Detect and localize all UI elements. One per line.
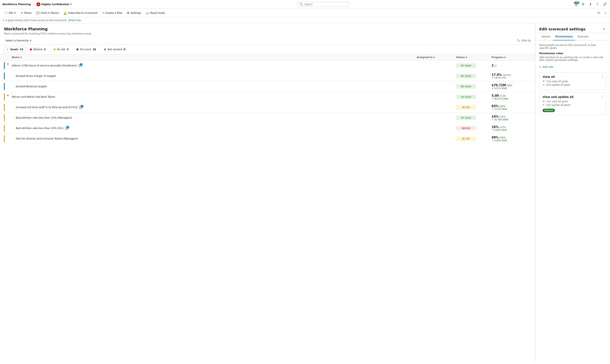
col-header-status[interactable]: Status ▼	[456, 56, 492, 59]
at-risk-label: At risk	[57, 48, 65, 51]
col-header-progress[interactable]: Progress ▼	[492, 56, 531, 59]
role-perm-update2: ✏ Can update all goals	[543, 104, 603, 106]
refresh-icon[interactable]: ↻	[597, 10, 601, 15]
goal-name-cell: Bad attrition rate less than 15% (ICs) 💬…	[12, 127, 417, 130]
on-track-stat[interactable]: On track 10	[77, 47, 100, 52]
panel-body: Give people access to this scorecard, or…	[535, 40, 610, 362]
progress-cell: 5.00 /5.00 ↑ 66.67% MoM	[492, 94, 531, 100]
chat-count: 1	[81, 105, 83, 108]
expand-placeholder	[6, 125, 10, 129]
read-mode-button[interactable]: 📖 Read mode	[144, 10, 167, 16]
main-layout: Workforce Planning Team scorecard for tr…	[0, 24, 610, 362]
row-indicator: ▼	[4, 62, 12, 69]
role-card-view-all: View all 👁 Can view all goals ✏ Can upda…	[539, 72, 606, 90]
at-risk-stat[interactable]: At risk 3	[53, 47, 73, 52]
file-icon: 📄	[4, 12, 8, 14]
tab-permissions[interactable]: Permissions	[553, 33, 575, 40]
goals-stat[interactable]: ✓ Goals 15	[4, 47, 26, 52]
col-name-label: Name	[12, 56, 20, 59]
chat-icon-wrap[interactable]: 💬 2	[65, 127, 68, 130]
settings-button[interactable]: ⚙ Settings	[125, 10, 143, 16]
filter-icon: 🔍	[517, 39, 520, 42]
progress-value: 49%	[492, 136, 499, 139]
settings-icon[interactable]: ⚙️	[581, 1, 585, 7]
status-badge[interactable]: On track	[456, 116, 476, 120]
subscribe-icon: 🔔	[64, 12, 67, 14]
not-started-count: 0	[124, 48, 125, 51]
chat-icon-wrap[interactable]: 💬 1	[79, 106, 83, 109]
edit-icon-2: ✏	[543, 104, 545, 106]
search-bar[interactable]: 🔍	[298, 2, 349, 7]
notice-share-link[interactable]: Share now.	[68, 19, 81, 22]
scorecard-header: Workforce Planning Team scorecard for tr…	[0, 24, 535, 37]
goal-name: Exceed Gross margin % targets	[16, 74, 56, 78]
table-row[interactable]: Increase full time staff % to 85% by end…	[0, 102, 535, 113]
panel-desc: Add members to an existing role, or crea…	[539, 56, 606, 62]
table-row[interactable]: Exceed Gross margin % targets On track 1…	[0, 71, 535, 81]
status-badge[interactable]: Behind	[456, 126, 476, 130]
expand-button[interactable]: ▼	[6, 62, 10, 66]
tab-statuses[interactable]: Statuses	[575, 33, 591, 40]
notice-info-icon: ℹ	[3, 19, 4, 22]
row-indicator	[4, 135, 12, 142]
progress-target: /15%	[499, 126, 506, 129]
star-icon[interactable]: ☆	[603, 10, 608, 15]
share-button[interactable]: ↗ Share	[19, 10, 33, 16]
search-input[interactable]	[304, 3, 347, 6]
not-started-stat[interactable]: Not started 0	[104, 47, 129, 52]
role-card-menu-1[interactable]: ⋮	[601, 75, 604, 78]
color-bar	[4, 135, 5, 142]
status-badge[interactable]: At risk	[456, 136, 476, 141]
status-badge[interactable]: At risk	[456, 105, 476, 109]
chat-icon-wrap[interactable]: 💬 2	[78, 64, 82, 67]
progress-value: 14%	[492, 115, 499, 118]
col-header-name[interactable]: Name ▼	[12, 56, 417, 59]
status-badge[interactable]: On track	[456, 64, 476, 68]
add-icon: +	[539, 65, 541, 68]
goals-count: 15	[20, 48, 23, 51]
hierarchy-selector[interactable]: Select a hierarchy ▼	[4, 38, 33, 43]
notifications-button[interactable]: 🔔 119	[574, 3, 578, 6]
cmd-right-icons: ↻ ☆	[597, 10, 608, 15]
confidential-chevron-icon[interactable]: ▼	[70, 3, 72, 5]
progress-arrow: ↑ 9.99% MoM	[492, 129, 507, 131]
close-panel-button[interactable]: ✕	[602, 26, 606, 31]
create-flow-button[interactable]: ⚡ Create a flow	[100, 10, 124, 16]
download-icon[interactable]: ⬇	[588, 1, 593, 7]
progress-change: ↑ 35.78% MoM	[492, 118, 531, 121]
color-bar	[4, 73, 5, 79]
progress-value: 5.00	[492, 94, 499, 98]
panel-header: Edit scorecard settings ✕	[535, 24, 610, 33]
progress-target: /14.6%	[503, 74, 511, 77]
col-header-assigned[interactable]: Assigned to ▼	[417, 56, 456, 59]
status-badge[interactable]: On track	[456, 95, 476, 99]
table-row[interactable]: Hire for Diverse and Inclusive Teams (Ma…	[0, 133, 535, 144]
table-row[interactable]: Bad attrition rate less than 15% (ICs) 💬…	[0, 123, 535, 133]
file-menu[interactable]: 📄 File ▼	[2, 10, 18, 16]
status-badge[interactable]: On track	[456, 84, 476, 89]
table-header: Name ▼ Assigned to ▼ Status ▼ Progress ▼	[0, 54, 535, 61]
help-icon[interactable]: ?	[596, 1, 599, 7]
expand-button[interactable]: ▼	[6, 93, 10, 97]
app-name: Workforce Planning	[2, 3, 31, 6]
subscribe-button[interactable]: 🔔 Subscribe to scorecard	[62, 10, 99, 16]
table-row[interactable]: ▼ deliver 1700 hours of service annually…	[0, 61, 535, 71]
behind-stat[interactable]: Behind 2	[30, 47, 50, 52]
table-row[interactable]: Bad attrition rate less than 15% (Manage…	[0, 113, 535, 123]
goal-name: Bad attrition rate less than 15% (Manage…	[16, 116, 72, 119]
table-row[interactable]: Exceed Revenue targets On track $70.72M …	[0, 81, 535, 92]
progress-cell: 16% /15% ↑ 9.99% MoM	[492, 125, 531, 131]
role-card-menu-2[interactable]: ⋮	[601, 94, 604, 98]
chat-in-teams-button[interactable]: 💬 Chat in Teams	[34, 10, 61, 16]
share-cmd-icon: ↗	[21, 12, 23, 14]
table-row[interactable]: ▼ Attract and Retain the Best Talent On …	[0, 92, 535, 102]
not-started-label: Not started	[108, 48, 122, 51]
tab-details[interactable]: Details	[539, 33, 553, 40]
divider: |	[33, 3, 34, 6]
add-role-button[interactable]: + Add role	[539, 65, 606, 69]
status-badge[interactable]: On track	[456, 74, 476, 78]
behind-label: Behind	[34, 48, 42, 51]
status-cell: At risk	[456, 136, 492, 141]
share-icon[interactable]: 🔗	[602, 1, 608, 7]
panel-subtitle: Give people access to this scorecard, or…	[539, 43, 606, 50]
